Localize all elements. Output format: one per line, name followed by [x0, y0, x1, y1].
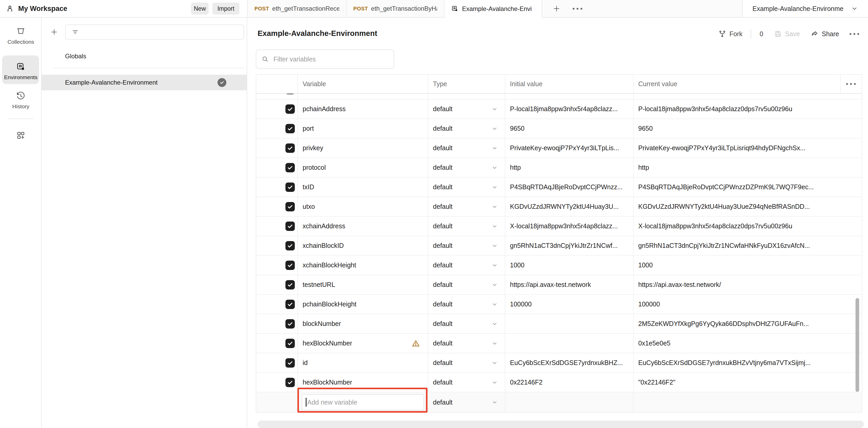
type-select[interactable]: default [428, 217, 505, 236]
checkbox-checked[interactable] [285, 241, 295, 251]
variable-cell[interactable]: utxo [298, 197, 428, 216]
initial-value-cell[interactable] [505, 314, 633, 333]
initial-value-cell[interactable]: 2ugsc2Mh5TY4rv3rgeo7YH2W0oF4... [505, 94, 633, 99]
variable-cell[interactable]: hexBlockNumber [298, 373, 428, 392]
initial-value-cell[interactable]: https://api.avax-test.network [505, 275, 633, 294]
type-select[interactable]: default [428, 139, 505, 158]
current-value-cell[interactable]: KGDvUZzdJRWNYTy2ktU4Huay3UueZ94qNeBfRASn… [633, 197, 862, 216]
variable-cell[interactable]: id [298, 353, 428, 372]
initial-value-cell[interactable]: EuCy6bScEXrSdDGSE7yrdnxukBHZ... [505, 353, 633, 372]
horizontal-scrollbar-track[interactable] [257, 421, 864, 428]
variable-cell[interactable]: blockNumber [298, 314, 428, 333]
checkbox-checked[interactable] [285, 143, 295, 153]
current-value-cell[interactable]: 2M5ZeKWDYfXkgPg6YyQyka66DDsphvDHtZ7GUFAu… [633, 314, 862, 333]
current-value-cell[interactable]: 2ugsc2Mh5TY4rv3rgeo7YH2W0oF4dbchnocraqjy… [633, 94, 862, 99]
sidebar-filter-input[interactable] [65, 25, 244, 39]
variable-cell[interactable]: xchainBlockHeight [298, 256, 428, 275]
checkbox-checked[interactable] [285, 378, 295, 387]
type-select[interactable]: default [428, 314, 505, 333]
variable-cell[interactable]: xchainBlockID [298, 236, 428, 255]
initial-value-cell[interactable] [505, 334, 633, 353]
checkbox-checked[interactable] [285, 222, 295, 231]
add-initial-value-cell[interactable] [505, 392, 633, 412]
variable-cell[interactable]: hexBlockNumber [298, 334, 428, 353]
current-value-cell[interactable]: PrivateKey-ewoqjP7PxY4yr3iLTpLisriqt94hd… [633, 139, 862, 158]
variable-cell[interactable]: txID [298, 177, 428, 197]
add-environment-button[interactable] [49, 26, 60, 38]
initial-value-cell[interactable]: 1000 [505, 256, 633, 275]
type-select[interactable]: default [428, 119, 505, 138]
initial-value-cell[interactable]: PrivateKey-ewoqjP7PxY4yr3iLTpLis... [505, 139, 633, 158]
sidebar-item-environment[interactable]: Example-Avalanche-Environment [42, 75, 247, 90]
type-select[interactable]: default [428, 236, 505, 255]
type-select[interactable]: default [428, 177, 505, 197]
more-options-button[interactable] [849, 33, 859, 35]
sidebar-item-collections[interactable]: Collections [0, 27, 42, 45]
new-tab-button[interactable] [550, 2, 564, 16]
current-value-cell[interactable]: X-local18jma8ppw3nhx5r4ap8clazz0dps7rv5u… [633, 217, 862, 236]
variable-cell[interactable]: pchainBlockHeight [298, 295, 428, 314]
vertical-scrollbar-thumb[interactable] [856, 298, 859, 392]
initial-value-cell[interactable]: KGDvUZzdJRWNYTy2ktU4Huay3U... [505, 197, 633, 216]
current-value-cell[interactable]: 0x1e5e0e5 [633, 334, 862, 353]
current-value-cell[interactable]: P-local18jma8ppw3nhx5r4ap8clazz0dps7rv5u… [633, 99, 862, 118]
add-type-select[interactable]: default [428, 392, 505, 412]
variable-cell[interactable]: memo [298, 94, 428, 99]
user-icon[interactable] [6, 4, 14, 13]
variable-cell[interactable]: privkey [298, 139, 428, 158]
checkbox-checked[interactable] [285, 124, 295, 133]
sidebar-item-history[interactable]: History [0, 91, 42, 110]
type-select[interactable]: default [428, 99, 505, 118]
current-value-cell[interactable]: 1000 [633, 256, 862, 275]
type-select[interactable]: default [428, 197, 505, 216]
checkbox-checked[interactable] [285, 163, 295, 172]
checkbox-checked[interactable] [285, 202, 295, 211]
sidebar-item-environments[interactable]: Environments [0, 62, 42, 81]
checkbox-checked[interactable] [285, 94, 295, 94]
tab-options-icon[interactable] [570, 2, 584, 16]
checkbox-checked[interactable] [285, 261, 295, 270]
type-select[interactable]: default [428, 158, 505, 177]
variable-cell[interactable]: port [298, 119, 428, 138]
current-value-cell[interactable]: 9650 [633, 119, 862, 138]
checkbox-checked[interactable] [285, 339, 295, 348]
configure-workspace-icon[interactable] [16, 131, 26, 140]
variable-cell[interactable]: testnetURL [298, 275, 428, 294]
environment-selector[interactable]: Example-Avalanche-Environme [742, 0, 868, 17]
variable-cell[interactable]: pchainAddress [298, 99, 428, 118]
current-value-cell[interactable]: "0x22146F2" [633, 373, 862, 392]
fork-button[interactable]: Fork 0 [718, 29, 763, 39]
warning-icon[interactable] [412, 339, 420, 347]
tab-request-2[interactable]: POST eth_getTransactionByHa [346, 0, 444, 17]
type-select[interactable]: default [428, 295, 505, 314]
workspace-title[interactable]: My Workspace [18, 5, 67, 13]
type-select[interactable]: default [428, 353, 505, 372]
type-select[interactable]: default [428, 275, 505, 294]
initial-value-cell[interactable]: 100000 [505, 295, 633, 314]
checkbox-checked[interactable] [285, 280, 295, 289]
share-button[interactable]: Share [811, 30, 839, 38]
current-value-cell[interactable]: https://api.avax-test.network/ [633, 275, 862, 294]
type-select[interactable]: default [428, 334, 505, 353]
checkbox-checked[interactable] [285, 105, 295, 114]
checkbox-checked[interactable] [285, 182, 295, 192]
checkbox-checked[interactable] [285, 358, 295, 368]
initial-value-cell[interactable]: P4SBqRTDAqJBjeRoDvptCCjPWnzz... [505, 177, 633, 197]
initial-value-cell[interactable]: P-local18jma8ppw3nhx5r4ap8clazz... [505, 99, 633, 118]
initial-value-cell[interactable]: http [505, 158, 633, 177]
sidebar-item-globals[interactable]: Globals [42, 49, 247, 64]
current-value-cell[interactable]: EuCy6bScEXrSdDGSE7yrdnxukBHZvVtjny6ma7VT… [633, 353, 862, 372]
table-options-button[interactable] [841, 75, 861, 93]
current-value-cell[interactable]: P4SBqRTDAqJBjeRoDvptCCjPWnzzDZPmK9L7WQ7F… [633, 177, 862, 197]
save-button[interactable]: Save [774, 30, 800, 38]
initial-value-cell[interactable]: gn5RhN1aCT3dnCpjYkiJtrZr1NCwf... [505, 236, 633, 255]
initial-value-cell[interactable]: 0x22146F2 [505, 373, 633, 392]
current-value-cell[interactable]: gn5RhN1aCT3dnCpjYkiJtrZr1NCwfaHNkFyuDX16… [633, 236, 862, 255]
initial-value-cell[interactable]: 9650 [505, 119, 633, 138]
type-select[interactable]: default [428, 373, 505, 392]
add-variable-input[interactable] [302, 394, 424, 410]
checkbox-checked[interactable] [285, 319, 295, 329]
current-value-cell[interactable]: http [633, 158, 862, 177]
new-button[interactable]: New [191, 3, 209, 15]
current-value-cell[interactable]: 100000 [633, 295, 862, 314]
